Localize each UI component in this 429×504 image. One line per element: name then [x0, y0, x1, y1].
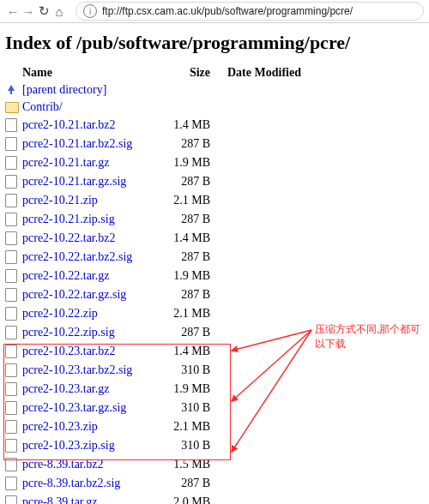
file-size: 287 B: [159, 137, 227, 156]
table-row[interactable]: pcre2-10.23.tar.bz21.4 MB: [5, 345, 334, 363]
file-icon: [5, 307, 17, 321]
file-size: 287 B: [159, 326, 227, 345]
file-link[interactable]: Contrib/: [22, 100, 63, 113]
file-icon: [5, 288, 17, 302]
file-link[interactable]: pcre2-10.23.zip.sig: [22, 439, 115, 452]
col-header-date[interactable]: Date Modified: [227, 66, 334, 83]
file-link[interactable]: pcre-8.39.tar.bz2.sig: [22, 477, 120, 489]
file-link[interactable]: pcre2-10.22.zip.sig: [22, 326, 115, 339]
file-icon: [5, 269, 17, 283]
file-link[interactable]: pcre2-10.21.tar.bz2.sig: [22, 137, 132, 150]
file-size: 287 B: [159, 477, 227, 495]
file-link[interactable]: pcre2-10.23.tar.gz: [22, 382, 109, 395]
table-row[interactable]: pcre-8.39.tar.gz2.0 MB: [5, 495, 334, 504]
file-link[interactable]: pcre2-10.21.tar.gz.sig: [22, 175, 126, 188]
file-icon: [5, 382, 17, 396]
table-row[interactable]: pcre2-10.22.tar.bz2.sig287 B: [5, 250, 334, 269]
table-row[interactable]: pcre2-10.22.zip.sig287 B: [5, 326, 334, 345]
file-link[interactable]: pcre2-10.21.tar.bz2: [22, 118, 115, 131]
file-link[interactable]: pcre2-10.23.zip: [22, 420, 98, 433]
file-icon: [5, 250, 17, 264]
page-title: Index of /pub/software/programming/pcre/: [5, 32, 424, 54]
col-header-size[interactable]: Size: [159, 66, 227, 83]
file-size: 287 B: [159, 250, 227, 269]
file-size: 310 B: [159, 401, 227, 420]
file-size: 1.9 MB: [159, 382, 227, 401]
file-size: 2.1 MB: [159, 307, 227, 326]
table-row[interactable]: pcre2-10.23.tar.bz2.sig310 B: [5, 363, 334, 382]
file-size: 2.0 MB: [159, 495, 227, 504]
home-icon[interactable]: ⌂: [51, 4, 67, 19]
table-row[interactable]: pcre2-10.21.tar.gz.sig287 B: [5, 175, 334, 194]
col-header-name[interactable]: Name: [22, 66, 159, 83]
file-link[interactable]: pcre2-10.22.tar.bz2.sig: [22, 250, 132, 263]
file-icon: [5, 439, 17, 453]
file-size: 1.9 MB: [159, 156, 227, 175]
folder-icon: [5, 102, 19, 113]
file-size: 1.9 MB: [159, 269, 227, 288]
parent-directory-link[interactable]: [parent directory]: [22, 83, 106, 96]
file-size: 2.1 MB: [159, 420, 227, 439]
file-size: 1.4 MB: [159, 118, 227, 137]
file-link[interactable]: pcre2-10.23.tar.bz2.sig: [22, 363, 132, 376]
file-link[interactable]: pcre2-10.23.tar.gz.sig: [22, 401, 126, 414]
url-text: ftp://ftp.csx.cam.ac.uk/pub/software/pro…: [102, 5, 353, 17]
table-row[interactable]: pcre2-10.22.tar.gz1.9 MB: [5, 269, 334, 288]
file-size: 287 B: [159, 288, 227, 307]
file-icon: [5, 458, 17, 471]
file-size: 1.4 MB: [159, 345, 227, 363]
table-row[interactable]: pcre2-10.21.zip2.1 MB: [5, 194, 334, 213]
file-size: 1.4 MB: [159, 231, 227, 250]
table-row[interactable]: pcre2-10.23.tar.gz.sig310 B: [5, 401, 334, 420]
table-row[interactable]: pcre2-10.23.zip.sig310 B: [5, 439, 334, 458]
table-row[interactable]: pcre2-10.22.zip2.1 MB: [5, 307, 334, 326]
file-icon: [5, 175, 17, 189]
table-row[interactable]: pcre2-10.23.tar.gz1.9 MB: [5, 382, 334, 401]
table-row[interactable]: pcre2-10.22.tar.gz.sig287 B: [5, 288, 334, 307]
file-size: 1.5 MB: [159, 458, 227, 477]
table-row[interactable]: Contrib/: [5, 100, 334, 118]
file-link[interactable]: pcre2-10.22.zip: [22, 307, 98, 320]
back-icon[interactable]: ←: [5, 4, 21, 19]
reload-icon[interactable]: ↻: [36, 3, 51, 19]
site-info-icon[interactable]: i: [83, 4, 97, 18]
file-icon: [5, 118, 17, 132]
browser-toolbar: ← → ↻ ⌂ i ftp://ftp.csx.cam.ac.uk/pub/so…: [0, 0, 429, 23]
table-row[interactable]: pcre-8.39.tar.bz2.sig287 B: [5, 477, 334, 495]
file-icon: [5, 213, 17, 226]
file-link[interactable]: pcre2-10.21.zip: [22, 194, 98, 207]
file-icon: [5, 156, 17, 170]
file-link[interactable]: pcre2-10.22.tar.bz2: [22, 231, 115, 244]
table-row[interactable]: pcre2-10.21.tar.gz1.9 MB: [5, 156, 334, 175]
table-row[interactable]: pcre2-10.21.zip.sig287 B: [5, 213, 334, 231]
file-icon: [5, 137, 17, 151]
file-link[interactable]: pcre-8.39.tar.gz: [22, 495, 97, 504]
annotation-text: 压缩方式不同,那个都可以下载: [315, 322, 429, 351]
file-link[interactable]: pcre2-10.21.zip.sig: [22, 213, 115, 225]
file-icon: [5, 495, 17, 504]
table-row[interactable]: pcre2-10.22.tar.bz21.4 MB: [5, 231, 334, 250]
file-icon: [5, 231, 17, 245]
table-row[interactable]: pcre2-10.21.tar.bz2.sig287 B: [5, 137, 334, 156]
file-icon: [5, 420, 17, 434]
file-link[interactable]: pcre-8.39.tar.bz2: [22, 458, 103, 471]
file-link[interactable]: pcre2-10.22.tar.gz: [22, 269, 109, 282]
file-size: 2.1 MB: [159, 194, 227, 213]
file-listing-table: Name Size Date Modified [parent director…: [5, 66, 334, 504]
file-link[interactable]: pcre2-10.22.tar.gz.sig: [22, 288, 126, 301]
address-bar[interactable]: i ftp://ftp.csx.cam.ac.uk/pub/software/p…: [76, 2, 424, 21]
file-size: 310 B: [159, 439, 227, 458]
file-size: 287 B: [159, 213, 227, 231]
file-link[interactable]: pcre2-10.23.tar.bz2: [22, 345, 115, 357]
table-row[interactable]: pcre-8.39.tar.bz21.5 MB: [5, 458, 334, 477]
file-icon: [5, 345, 17, 358]
file-icon: [5, 194, 17, 207]
file-link[interactable]: pcre2-10.21.tar.gz: [22, 156, 109, 169]
table-row[interactable]: pcre2-10.21.tar.bz21.4 MB: [5, 118, 334, 137]
file-size: 310 B: [159, 363, 227, 382]
forward-icon[interactable]: →: [21, 4, 36, 19]
table-row[interactable]: pcre2-10.23.zip2.1 MB: [5, 420, 334, 439]
file-icon: [5, 401, 17, 415]
up-arrow-icon: [5, 83, 17, 95]
parent-directory-row[interactable]: [parent directory]: [5, 83, 334, 100]
